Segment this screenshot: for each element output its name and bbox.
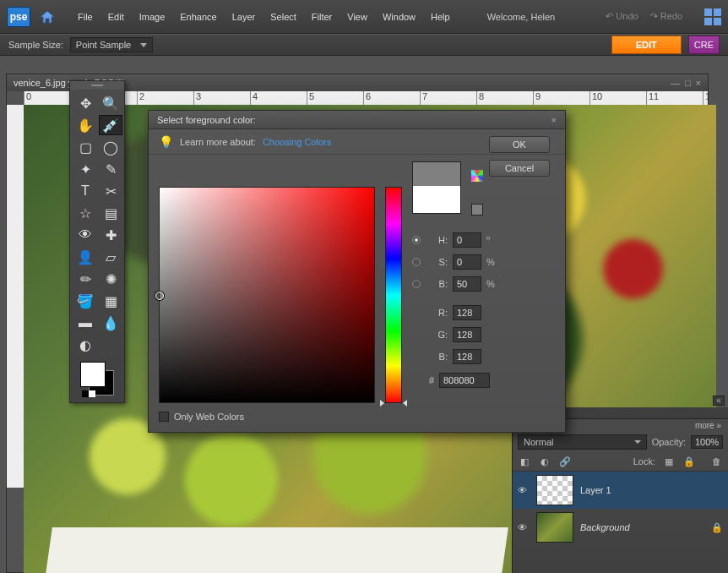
layer-row[interactable]: 👁 Layer 1 [513,472,728,509]
color-fields: H: º S: % B: % R: [412,229,497,388]
menu-enhance[interactable]: Enhance [173,8,223,25]
hex-input[interactable] [439,373,490,388]
menu-layer[interactable]: Layer [225,8,263,25]
hand-tool-icon[interactable]: ✋ [73,115,97,135]
redo-label: Redo [660,11,682,21]
bri-input[interactable] [453,276,481,292]
color-cube-icon[interactable] [471,170,483,182]
clone-tool-icon[interactable]: 👤 [73,247,97,267]
ruler-vertical[interactable] [7,105,24,488]
dialog-titlebar[interactable]: Select foreground color: × [149,111,565,129]
brush-tool-icon[interactable]: ✏ [73,269,97,289]
only-web-colors-label: Only Web Colors [174,412,244,422]
toolbox[interactable]: ✥ 🔍 ✋ 💉 ▢ ◯ ✦ ✎ T ✂ ☆ ▤ 👁 ✚ 👤 ▱ ✏ ✺ 🪣 ▦ … [69,80,125,403]
bri-radio[interactable] [412,280,421,288]
ruler-tick: 11 [646,91,659,105]
toolbox-grip[interactable] [70,81,124,90]
sat-radio[interactable] [412,258,421,266]
color-swatches[interactable] [80,362,114,396]
red-label: R: [426,308,448,318]
websafe-swatch-icon[interactable] [471,204,483,216]
undo-icon[interactable]: ↶ Undo [606,11,638,22]
quick-select-tool-icon[interactable]: ✎ [99,159,122,179]
crop-tool-icon[interactable]: ✂ [99,181,122,201]
ruler-tick: 4 [250,91,258,105]
only-web-colors-checkbox[interactable] [159,412,169,422]
gradient-tool-icon[interactable]: ▦ [99,291,122,311]
hue-radio[interactable] [412,236,421,244]
panel-collapse-icon[interactable]: « [713,396,725,406]
blue-input[interactable] [453,349,481,364]
smart-brush-tool-icon[interactable]: ✺ [99,269,122,289]
lock-all-icon[interactable]: 🔒 [682,455,696,468]
eyedropper-tool-icon[interactable]: 💉 [99,115,122,135]
menu-filter[interactable]: Filter [305,8,339,25]
workspace-grid-icon[interactable] [704,8,721,25]
sponge-tool-icon[interactable]: ◐ [73,335,97,355]
sat-input[interactable] [453,254,481,270]
menu-image[interactable]: Image [133,8,172,25]
paint-bucket-tool-icon[interactable]: 🪣 [73,291,97,311]
doc-minimize-icon[interactable]: — [671,78,680,88]
new-color-swatch[interactable] [413,162,460,186]
menu-view[interactable]: View [340,8,374,25]
layer-thumbnail[interactable] [536,475,573,505]
red-input[interactable] [453,305,481,320]
ok-button[interactable]: OK [489,136,550,153]
saturation-value-field[interactable] [159,187,375,403]
wand-tool-icon[interactable]: ✦ [73,159,97,179]
zoom-tool-icon[interactable]: 🔍 [99,93,122,113]
app-logo[interactable]: pse [7,7,30,27]
healing-tool-icon[interactable]: ✚ [99,225,122,245]
link-layers-icon[interactable]: 🔗 [558,455,572,468]
layer-thumbnail[interactable] [536,512,573,543]
adjustment-layer-icon[interactable]: ◐ [538,455,551,468]
bri-unit: % [486,279,497,289]
lock-transparent-icon[interactable]: ▦ [662,455,676,468]
home-icon[interactable] [35,7,59,27]
redo-icon[interactable]: ↷ Redo [650,11,682,22]
menu-edit[interactable]: Edit [101,8,131,25]
hue-slider[interactable] [385,187,402,403]
new-layer-icon[interactable]: ◧ [518,455,531,468]
sample-size-select[interactable]: Point Sample [70,37,153,52]
shape-tool-icon[interactable]: ▬ [73,313,97,333]
straighten-tool-icon[interactable]: ▤ [99,203,122,223]
foreground-swatch[interactable] [80,362,106,387]
menu-select[interactable]: Select [263,8,303,25]
layer-name-label[interactable]: Background [580,522,630,532]
dialog-close-icon[interactable]: × [551,115,557,125]
marquee-tool-icon[interactable]: ▢ [73,137,97,157]
cookie-cutter-tool-icon[interactable]: ☆ [73,203,97,223]
menu-window[interactable]: Window [376,8,422,25]
visibility-icon[interactable]: 👁 [518,522,530,532]
menu-items: File Edit Image Enhance Layer Select Fil… [71,8,457,25]
lasso-tool-icon[interactable]: ◯ [99,137,122,157]
doc-close-icon[interactable]: × [696,78,701,88]
default-colors-icon[interactable] [82,390,95,397]
create-tab-button[interactable]: CRE [688,35,720,54]
blur-tool-icon[interactable]: 💧 [99,313,122,333]
menu-help[interactable]: Help [424,8,457,25]
hue-input[interactable] [453,232,481,248]
delete-layer-icon[interactable]: 🗑 [709,455,723,468]
layer-name-label[interactable]: Layer 1 [580,485,611,495]
move-tool-icon[interactable]: ✥ [73,93,97,113]
hue-slider-handle-icon[interactable] [380,400,407,407]
choosing-colors-link[interactable]: Choosing Colors [263,137,331,147]
eraser-tool-icon[interactable]: ▱ [99,247,122,267]
blend-mode-select[interactable]: Normal [518,434,647,450]
visibility-icon[interactable]: 👁 [518,485,530,495]
redeye-tool-icon[interactable]: 👁 [73,225,97,245]
opacity-input[interactable]: 100% [691,435,723,449]
layer-row[interactable]: 👁 Background 🔒 [513,509,728,546]
edit-tab-button[interactable]: EDIT [611,35,682,54]
doc-maximize-icon[interactable]: □ [685,78,691,88]
type-tool-icon[interactable]: T [73,181,97,201]
green-input[interactable] [453,327,481,342]
current-color-swatch[interactable] [413,186,460,213]
ruler-tick: 5 [307,91,314,105]
sv-cursor-icon[interactable] [155,292,164,300]
ruler-horizontal[interactable]: 0 1 2 3 4 5 6 7 8 9 10 11 12 [24,91,708,105]
menu-file[interactable]: File [71,8,100,25]
